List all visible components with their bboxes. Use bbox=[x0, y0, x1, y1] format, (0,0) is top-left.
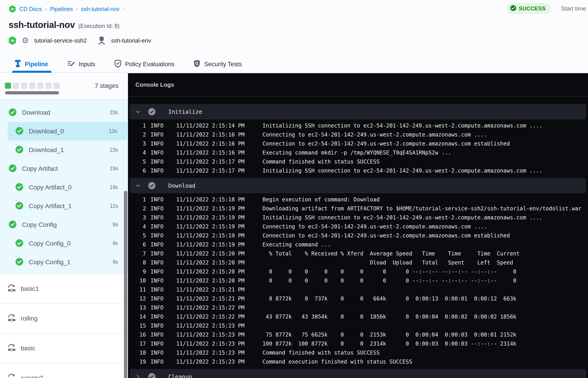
stage-sidebar: 7 stages Download23sDownload_013sDownloa… bbox=[0, 73, 128, 378]
environment-name[interactable]: ssh-tutorial-env bbox=[111, 37, 151, 44]
stage-duration: 11s bbox=[110, 203, 118, 209]
breadcrumb-link[interactable]: ssh-tutorial-nov bbox=[81, 6, 120, 12]
breadcrumb: ∞CD Docs›Pipelines›ssh-tutorial-nov› bbox=[9, 4, 124, 14]
rolling-deploy-icon bbox=[7, 284, 16, 295]
log-message: Connection to ec2-54-201-142-249.us-west… bbox=[262, 232, 588, 239]
pipeline-execution-page: ∞CD Docs›Pipelines›ssh-tutorial-nov› SUC… bbox=[0, 0, 588, 378]
log-line: 2INFO11/11/2022 2:15:16 PMConnecting to … bbox=[128, 130, 588, 139]
stage-label: Copy Artifact_1 bbox=[29, 202, 110, 210]
log-message: % Total % Received % Xferd Average Speed… bbox=[262, 251, 588, 257]
log-line: 4INFO11/11/2022 2:15:16 PMExecuting comm… bbox=[128, 148, 588, 157]
log-line: 10INFO11/11/2022 2:15:20 PM 0 0 0 0 0 0 … bbox=[128, 276, 588, 285]
log-text: Connecting to bbox=[262, 223, 308, 230]
harness-cd-logo-icon: ∞ bbox=[9, 4, 16, 14]
stage-row-copy artifact_0[interactable]: Copy Artifact_019s bbox=[0, 178, 128, 197]
log-section-header-initialize[interactable]: Initialize bbox=[130, 104, 586, 119]
log-level: INFO bbox=[150, 251, 172, 257]
log-line: 13INFO11/11/2022 2:15:22 PM bbox=[128, 303, 588, 312]
log-message: 43 8772k 43 3854k 0 0 1856k 0 0:00:04 0:… bbox=[262, 314, 588, 320]
chevron-down-icon[interactable] bbox=[135, 183, 142, 189]
chevron-right-icon[interactable] bbox=[135, 374, 142, 378]
tab-label: Policy Evaluations bbox=[125, 61, 174, 68]
log-level: INFO bbox=[150, 141, 172, 147]
log-timestamp: 11/11/2022 2:15:17 PM bbox=[176, 168, 258, 174]
stage-list: Download23sDownload_013sDownload_123sCop… bbox=[0, 100, 128, 274]
line-number: 3 bbox=[128, 215, 146, 221]
log-text: Initializing SSH connection to bbox=[262, 168, 363, 174]
log-section-name: Cleanup bbox=[168, 374, 192, 378]
log-timestamp: 11/11/2022 2:15:20 PM bbox=[176, 278, 258, 284]
stage-progress-square bbox=[13, 83, 19, 89]
log-level: INFO bbox=[150, 359, 172, 365]
execution-row-basic1[interactable]: basic1 bbox=[0, 274, 128, 304]
host-link[interactable]: ec2-54-201-142-249.us-west-2.compute.ama… bbox=[308, 232, 471, 239]
stage-row-copy config_1[interactable]: Copy Config_19s bbox=[0, 253, 128, 271]
log-line: 6INFO11/11/2022 2:15:17 PMInitializing S… bbox=[128, 166, 588, 175]
breadcrumb-link[interactable]: CD Docs bbox=[19, 6, 42, 12]
tab-inputs[interactable]: Inputs bbox=[66, 56, 96, 72]
stage-row-copy config[interactable]: Copy Config9s bbox=[0, 215, 128, 234]
host-link[interactable]: ec2-54-201-142-249.us-west-2.compute.ama… bbox=[363, 215, 526, 221]
stage-summary: 7 stages bbox=[0, 73, 128, 100]
tab-policy-evaluations[interactable]: Policy Evaluations bbox=[113, 56, 175, 72]
log-timestamp: 11/11/2022 2:15:23 PM bbox=[176, 359, 258, 365]
stage-row-download_1[interactable]: Download_123s bbox=[0, 141, 128, 159]
log-text: Initializing SSH connection to bbox=[262, 122, 363, 129]
host-link[interactable]: ec2-54-201-142-249.us-west-2.compute.ama… bbox=[363, 122, 526, 129]
stage-progress-square bbox=[37, 83, 43, 89]
log-timestamp: 11/11/2022 2:15:21 PM bbox=[176, 286, 258, 293]
log-message: Connection to ec2-54-201-142-249.us-west… bbox=[262, 141, 588, 147]
breadcrumb-separator-icon: › bbox=[45, 6, 47, 12]
execution-row-rolling[interactable]: rolling bbox=[0, 304, 128, 334]
stage-progress-square bbox=[45, 83, 52, 89]
log-timestamp: 11/11/2022 2:15:23 PM bbox=[176, 350, 258, 356]
stage-label: Download_0 bbox=[29, 128, 109, 135]
log-section-header-cleanup[interactable]: Cleanup bbox=[130, 369, 586, 378]
log-level: INFO bbox=[150, 341, 172, 347]
log-timestamp: 11/11/2022 2:15:22 PM bbox=[176, 305, 258, 311]
tab-pipeline[interactable]: Pipeline bbox=[13, 56, 49, 72]
log-line: 9INFO11/11/2022 2:15:20 PM 0 0 0 0 0 0 0… bbox=[128, 267, 588, 276]
success-check-icon bbox=[9, 164, 17, 173]
host-link[interactable]: ec2-54-201-142-249.us-west-2.compute.ama… bbox=[363, 168, 526, 174]
log-message: 0 0 0 0 0 0 0 0 --:--:-- --:--:-- --:--:… bbox=[262, 269, 588, 275]
tab-security-tests[interactable]: Security Tests bbox=[192, 56, 243, 72]
success-check-icon bbox=[15, 258, 23, 267]
service-name[interactable]: tutorial-service-ssh2 bbox=[34, 37, 87, 44]
log-section-header-download[interactable]: Download bbox=[130, 178, 586, 193]
success-check-icon bbox=[15, 202, 23, 211]
host-link[interactable]: ec2-54-201-142-249.us-west-2.compute.ama… bbox=[308, 141, 471, 147]
host-link[interactable]: ec2-54-201-142-249.us-west-2.compute.ama… bbox=[308, 132, 471, 138]
log-level: INFO bbox=[150, 305, 172, 311]
stage-label: Download bbox=[22, 109, 110, 116]
execution-row-canary2[interactable]: canary2 bbox=[0, 363, 128, 378]
log-timestamp: 11/11/2022 2:15:19 PM bbox=[176, 223, 258, 230]
stage-row-download_0[interactable]: Download_013s bbox=[8, 122, 127, 141]
execution-row-basic[interactable]: basic bbox=[0, 334, 128, 363]
stage-row-copy artifact[interactable]: Copy Artifact19s bbox=[0, 159, 128, 178]
horizontal-scrollbar-thumb[interactable] bbox=[5, 91, 59, 94]
log-level: INFO bbox=[150, 259, 172, 266]
log-text: Connection to bbox=[262, 141, 308, 147]
execution-label: rolling bbox=[21, 315, 38, 322]
log-message: Command finished with status SUCCESS bbox=[262, 159, 588, 165]
log-message: Initializing SSH connection to ec2-54-20… bbox=[262, 168, 588, 174]
stage-row-copy artifact_1[interactable]: Copy Artifact_111s bbox=[0, 197, 128, 215]
vertical-scrollbar-thumb[interactable] bbox=[124, 191, 127, 378]
log-level: INFO bbox=[150, 159, 172, 165]
log-text: Connecting to bbox=[262, 132, 308, 138]
stage-row-download[interactable]: Download23s bbox=[0, 103, 128, 122]
log-line: 18INFO11/11/2022 2:15:23 PMCommand finis… bbox=[128, 348, 588, 357]
host-link[interactable]: ec2-54-201-142-249.us-west-2.compute.ama… bbox=[308, 223, 471, 230]
chevron-down-icon[interactable] bbox=[135, 109, 142, 115]
log-section-name: Download bbox=[168, 182, 195, 189]
log-line: 14INFO11/11/2022 2:15:22 PM 43 8772k 43 … bbox=[128, 312, 588, 321]
log-text: 43 8772k 43 3854k 0 0 1856k 0 0:00:04 0:… bbox=[262, 314, 516, 320]
log-text: established bbox=[471, 232, 510, 239]
stage-row-copy config_0[interactable]: Copy Config_09s bbox=[0, 234, 128, 253]
breadcrumb-link[interactable]: Pipelines bbox=[50, 6, 73, 12]
check-circle-icon bbox=[510, 5, 516, 12]
stage-count-label: 7 stages bbox=[95, 82, 119, 89]
log-line: 11INFO11/11/2022 2:15:21 PM bbox=[128, 285, 588, 294]
log-message: Executing command mkdir -p /tmp/WYQNESE_… bbox=[262, 149, 588, 156]
